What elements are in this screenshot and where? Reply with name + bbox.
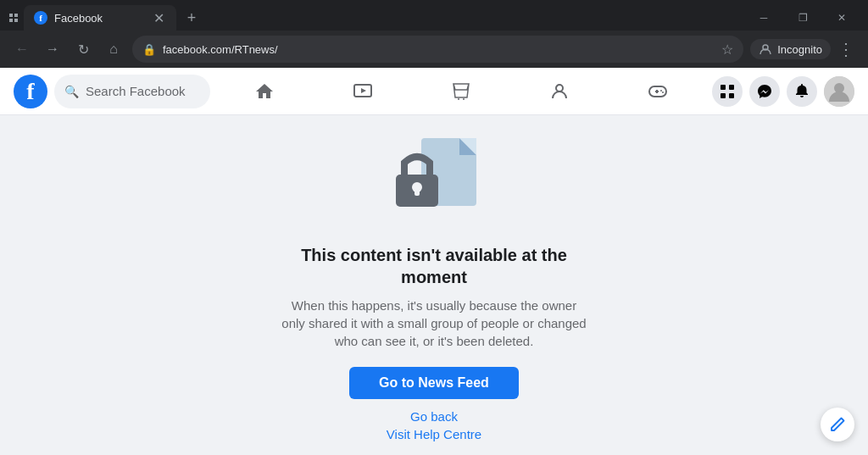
tab-title: Facebook: [54, 12, 144, 25]
bookmark-star-icon[interactable]: ☆: [721, 42, 733, 58]
url-text: facebook.com/RTnews/: [163, 43, 715, 56]
home-btn[interactable]: ⌂: [102, 37, 125, 61]
maximize-btn[interactable]: ❐: [783, 5, 822, 31]
tab-bar: f Facebook ✕ + ─ ❐ ✕: [0, 0, 868, 31]
svg-point-5: [458, 98, 459, 100]
error-container: This content isn't available at the mome…: [264, 108, 604, 455]
locked-file-illustration: [383, 125, 485, 219]
new-tab-btn[interactable]: +: [180, 6, 203, 30]
svg-rect-16: [729, 93, 734, 98]
nav-watch-btn[interactable]: [315, 71, 410, 112]
error-icon: [383, 125, 485, 227]
nav-center: [217, 71, 705, 112]
notifications-btn[interactable]: [787, 76, 817, 107]
error-description: When this happens, it's usually because …: [281, 297, 587, 350]
window-close-btn[interactable]: ✕: [822, 5, 861, 31]
apps-grid-btn[interactable]: [712, 76, 743, 107]
forward-btn[interactable]: →: [41, 37, 64, 61]
search-bar[interactable]: 🔍 Search Facebook: [54, 75, 210, 108]
window-controls: ─ ❐ ✕: [744, 5, 861, 31]
go-news-feed-btn[interactable]: Go to News Feed: [349, 367, 519, 399]
nav-gaming-btn[interactable]: [610, 71, 705, 112]
browser-right-controls: Incognito ⋮: [750, 37, 858, 61]
url-bar[interactable]: 🔒 facebook.com/RTnews/ ☆: [132, 36, 743, 63]
svg-rect-24: [415, 187, 420, 196]
back-btn[interactable]: ←: [10, 37, 34, 61]
facebook-logo[interactable]: f: [14, 75, 47, 108]
nav-home-btn[interactable]: [217, 71, 312, 112]
browser-chrome: f Facebook ✕ + ─ ❐ ✕ ← → ↻ ⌂ 🔒 facebook.…: [0, 0, 868, 68]
edit-fab-btn[interactable]: [821, 408, 854, 441]
visit-help-btn[interactable]: Visit Help Centre: [387, 427, 481, 441]
svg-rect-14: [729, 85, 734, 90]
address-bar: ← → ↻ ⌂ 🔒 facebook.com/RTnews/ ☆ Incogni…: [0, 31, 868, 68]
minimize-btn[interactable]: ─: [744, 5, 783, 31]
main-content: This content isn't available at the mome…: [0, 115, 868, 455]
facebook-logo-text: f: [26, 80, 34, 103]
svg-rect-13: [721, 85, 726, 90]
messenger-btn[interactable]: [749, 76, 780, 107]
tab-favicon: f: [34, 11, 47, 25]
svg-point-11: [660, 90, 662, 92]
active-tab[interactable]: f Facebook ✕: [24, 5, 176, 31]
svg-point-6: [463, 98, 465, 100]
incognito-label: Incognito: [777, 43, 822, 56]
tab-list-btn[interactable]: [7, 11, 20, 25]
svg-point-7: [556, 85, 563, 92]
search-placeholder: Search Facebook: [86, 84, 186, 98]
nav-profile-btn[interactable]: [512, 71, 607, 112]
tab-close-btn[interactable]: ✕: [151, 10, 166, 25]
facebook-navbar: f 🔍 Search Facebook: [0, 68, 868, 115]
browser-more-btn[interactable]: ⋮: [834, 37, 858, 61]
svg-rect-15: [721, 93, 726, 98]
svg-point-12: [662, 92, 664, 93]
lock-icon: 🔒: [142, 43, 156, 56]
nav-marketplace-btn[interactable]: [414, 71, 509, 112]
reload-btn[interactable]: ↻: [71, 37, 95, 61]
incognito-btn[interactable]: Incognito: [750, 39, 831, 59]
svg-text:f: f: [39, 13, 42, 23]
go-back-btn[interactable]: Go back: [410, 409, 458, 424]
svg-marker-4: [361, 88, 366, 93]
search-icon: 🔍: [64, 85, 79, 98]
nav-right-controls: [712, 76, 854, 107]
account-avatar[interactable]: [824, 76, 854, 107]
error-title: This content isn't available at the mome…: [281, 244, 587, 288]
